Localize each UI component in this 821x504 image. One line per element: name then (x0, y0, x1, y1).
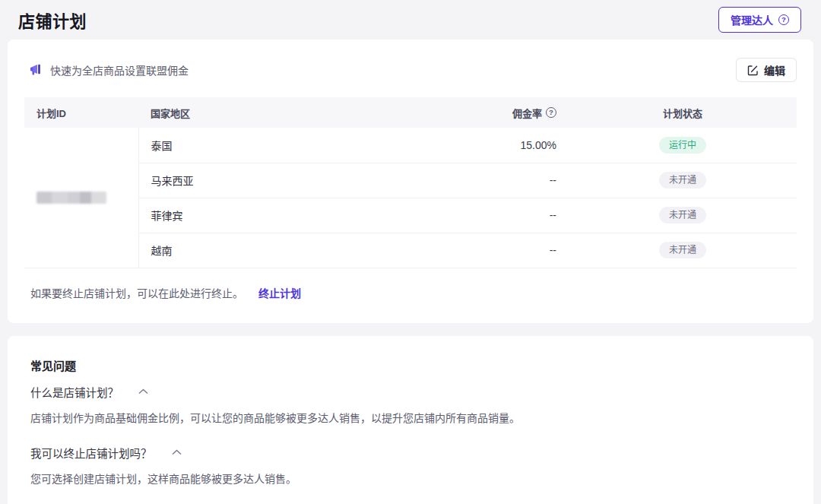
plan-table-header-row: 计划ID 国家地区 佣金率 ? 计划状态 (24, 97, 797, 128)
edit-button[interactable]: 编辑 (736, 58, 797, 82)
terminate-note: 如果要终止店铺计划，可以在此处进行终止。 (30, 287, 243, 300)
table-row: 越南 -- 未开通 (24, 233, 797, 268)
status-badge: 未开通 (659, 172, 706, 189)
faq-card: 常见问题 什么是店铺计划？ 店铺计划作为商品基础佣金比例，可以让您的商品能够被更… (8, 336, 813, 504)
chevron-up-icon[interactable] (172, 449, 182, 455)
status-cell: 未开通 (569, 198, 797, 233)
help-question-icon[interactable]: ? (778, 14, 789, 25)
banner: 快速为全店商品设置联盟佣金 (29, 62, 189, 78)
rate-help-icon[interactable]: ? (546, 107, 556, 118)
rate-cell: -- (386, 163, 569, 198)
megaphone-icon (29, 63, 43, 77)
country-cell: 泰国 (138, 128, 386, 163)
manage-creators-button[interactable]: 管理达人 ? (718, 7, 801, 33)
header-plan-id: 计划ID (24, 97, 138, 128)
plan-id-cell (24, 128, 138, 268)
faq-title: 常见问题 (30, 357, 797, 373)
faq-answer-1: 店铺计划作为商品基础佣金比例，可以让您的商品能够被更多达人销售，以提升您店铺内所… (30, 410, 797, 426)
country-cell: 越南 (138, 233, 386, 268)
plan-id-redacted-blur (36, 192, 106, 204)
country-cell: 马来西亚 (138, 163, 386, 198)
table-row: 菲律宾 -- 未开通 (24, 198, 797, 233)
header-rate: 佣金率 ? (386, 97, 569, 128)
terminate-plan-link[interactable]: 终止计划 (258, 287, 301, 300)
faq-question-2[interactable]: 我可以终止店铺计划吗？ (30, 445, 797, 461)
status-cell: 运行中 (569, 128, 797, 163)
faq-answer-2: 您可选择创建店铺计划，这样商品能够被更多达人销售。 (30, 471, 797, 487)
banner-text: 快速为全店商品设置联盟佣金 (50, 62, 189, 78)
plan-card-header: 快速为全店商品设置联盟佣金 编辑 (24, 58, 797, 82)
rate-cell: -- (386, 233, 569, 268)
terminate-note-row: 如果要终止店铺计划，可以在此处进行终止。 终止计划 (24, 285, 797, 300)
faq-question-1[interactable]: 什么是店铺计划？ (30, 384, 797, 400)
table-row: 泰国 15.00% 运行中 (24, 128, 797, 163)
faq-item: 什么是店铺计划？ 店铺计划作为商品基础佣金比例，可以让您的商品能够被更多达人销售… (30, 384, 797, 426)
table-row: 马来西亚 -- 未开通 (24, 163, 797, 198)
status-cell: 未开通 (569, 233, 797, 268)
header-country: 国家地区 (138, 97, 386, 128)
page-header: 店铺计划 管理达人 ? (0, 0, 821, 40)
faq-item: 我可以终止店铺计划吗？ 您可选择创建店铺计划，这样商品能够被更多达人销售。 (30, 445, 797, 487)
status-badge: 未开通 (659, 207, 706, 223)
edit-pencil-icon (747, 65, 759, 76)
chevron-up-icon[interactable] (138, 388, 148, 395)
edit-button-label: 编辑 (764, 62, 785, 78)
rate-cell: 15.00% (386, 128, 569, 163)
status-badge: 运行中 (659, 137, 706, 154)
status-badge: 未开通 (659, 242, 706, 258)
header-status: 计划状态 (569, 97, 797, 128)
shop-plan-card: 快速为全店商品设置联盟佣金 编辑 计划ID 国家地区 (8, 40, 813, 323)
manage-creators-label: 管理达人 (731, 12, 773, 27)
rate-cell: -- (386, 198, 569, 233)
status-cell: 未开通 (569, 163, 797, 198)
country-cell: 菲律宾 (138, 198, 386, 233)
page-title: 店铺计划 (18, 8, 87, 32)
plan-table: 计划ID 国家地区 佣金率 ? 计划状态 泰国 15.00% 运 (24, 97, 797, 268)
